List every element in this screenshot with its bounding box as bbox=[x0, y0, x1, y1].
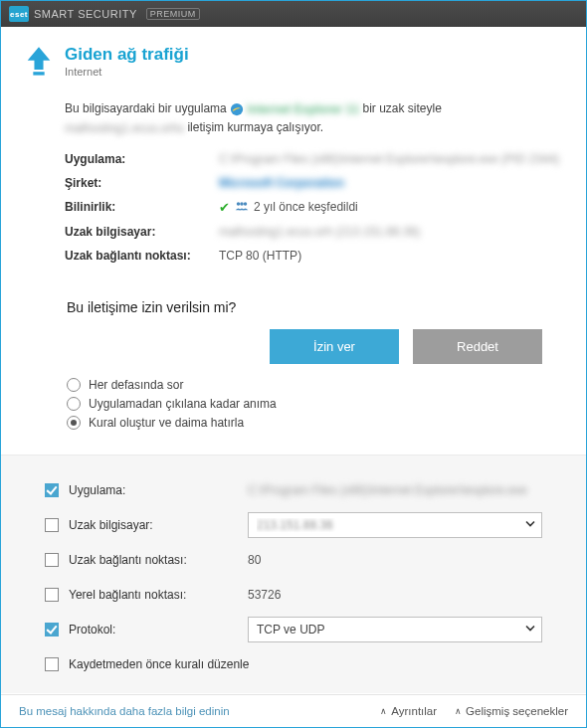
rules-panel: Uygulama: C:\Program Files (x86)\Interne… bbox=[1, 455, 586, 693]
dialog-window: eset SMART SECURITY PREMIUM Giden ağ tra… bbox=[0, 0, 587, 728]
rule-value-remote-port: 80 bbox=[248, 553, 542, 567]
eset-logo-icon: eset bbox=[9, 6, 29, 22]
dialog-title: Giden ağ trafiği bbox=[65, 45, 189, 65]
advanced-options-toggle[interactable]: ∧ Gelişmiş seçenekler bbox=[455, 705, 568, 717]
label-company: Şirket: bbox=[65, 176, 219, 190]
deny-button[interactable]: Reddet bbox=[413, 329, 542, 364]
more-info-link[interactable]: Bu mesaj hakkında daha fazla bilgi edini… bbox=[19, 705, 230, 717]
checkbox-rule-app[interactable] bbox=[45, 483, 59, 497]
radio-ask-every-time[interactable]: Her defasında sor bbox=[67, 378, 562, 392]
checkbox-rule-remote-port[interactable] bbox=[45, 553, 59, 567]
checkbox-rule-remote[interactable] bbox=[45, 518, 59, 532]
radio-icon bbox=[67, 378, 81, 392]
chevron-up-icon: ∧ bbox=[455, 706, 462, 716]
radio-create-rule[interactable]: Kural oluştur ve daima hatırla bbox=[67, 416, 562, 430]
people-icon bbox=[235, 200, 249, 215]
svg-rect-0 bbox=[33, 72, 44, 75]
rule-value-local-port: 53726 bbox=[248, 588, 542, 602]
question-text: Bu iletişime izin verilsin mi? bbox=[67, 299, 562, 315]
rule-label-remote-port: Uzak bağlantı noktası: bbox=[69, 553, 248, 567]
product-name: SMART SECURITY bbox=[34, 8, 137, 20]
label-reputation: Bilinirlik: bbox=[65, 200, 219, 215]
titlebar: eset SMART SECURITY PREMIUM bbox=[1, 1, 586, 27]
svg-point-3 bbox=[240, 202, 244, 206]
rule-label-protocol: Protokol: bbox=[69, 623, 248, 637]
value-application: C:\Program Files (x86)\Internet Explorer… bbox=[219, 152, 559, 166]
label-remote-computer: Uzak bilgisayar: bbox=[65, 225, 219, 239]
outbound-arrow-icon bbox=[25, 45, 53, 82]
attributes-block: Uygulama: C:\Program Files (x86)\Interne… bbox=[65, 147, 562, 268]
intro-app-blur: Internet Explorer 11 bbox=[247, 100, 359, 118]
checkbox-rule-local-port[interactable] bbox=[45, 588, 59, 602]
svg-point-4 bbox=[244, 202, 248, 206]
footer: Bu mesaj hakkında daha fazla bilgi edini… bbox=[1, 694, 586, 727]
intro-site-blur: malhosting1.ecus.orhs bbox=[65, 119, 184, 137]
radio-until-quit[interactable]: Uygulamadan çıkılana kadar anıma bbox=[67, 397, 562, 411]
value-remote-computer: malhosting1.ecus.orh (213.151.88.36) bbox=[219, 225, 420, 239]
dialog-subtitle: Internet bbox=[65, 66, 189, 78]
label-application: Uygulama: bbox=[65, 152, 219, 166]
rule-label-edit-before-save: Kaydetmeden önce kuralı düzenle bbox=[69, 657, 249, 671]
rule-label-remote: Uzak bilgisayar: bbox=[69, 518, 248, 532]
rule-input-remote[interactable] bbox=[248, 512, 542, 538]
chevron-up-icon: ∧ bbox=[380, 706, 387, 716]
rule-select-protocol[interactable] bbox=[248, 617, 542, 642]
value-reputation: 2 yıl önce keşfedildi bbox=[254, 200, 358, 214]
allow-button[interactable]: İzin ver bbox=[270, 329, 399, 364]
details-toggle[interactable]: ∧ Ayrıntılar bbox=[380, 705, 437, 717]
rule-label-local-port: Yerel bağlantı noktası: bbox=[69, 588, 248, 602]
rule-value-app: C:\Program Files (x86)\Internet Explorer… bbox=[248, 483, 527, 497]
label-remote-port: Uzak bağlantı noktası: bbox=[65, 249, 219, 263]
value-remote-port: TCP 80 (HTTP) bbox=[219, 249, 301, 263]
rule-label-app: Uygulama: bbox=[69, 483, 248, 497]
radio-icon bbox=[67, 416, 81, 430]
intro-text: Bu bilgisayardaki bir uygulama Internet … bbox=[65, 99, 562, 137]
svg-point-1 bbox=[231, 103, 243, 115]
checkbox-rule-protocol[interactable] bbox=[45, 623, 59, 637]
radio-icon bbox=[67, 397, 81, 411]
checkbox-rule-edit-before-save[interactable] bbox=[45, 657, 59, 671]
svg-point-2 bbox=[237, 202, 241, 206]
app-icon bbox=[230, 101, 247, 115]
value-company: Microsoft Corporation bbox=[219, 176, 344, 190]
check-icon: ✔ bbox=[219, 200, 230, 215]
product-tag: PREMIUM bbox=[146, 8, 200, 20]
